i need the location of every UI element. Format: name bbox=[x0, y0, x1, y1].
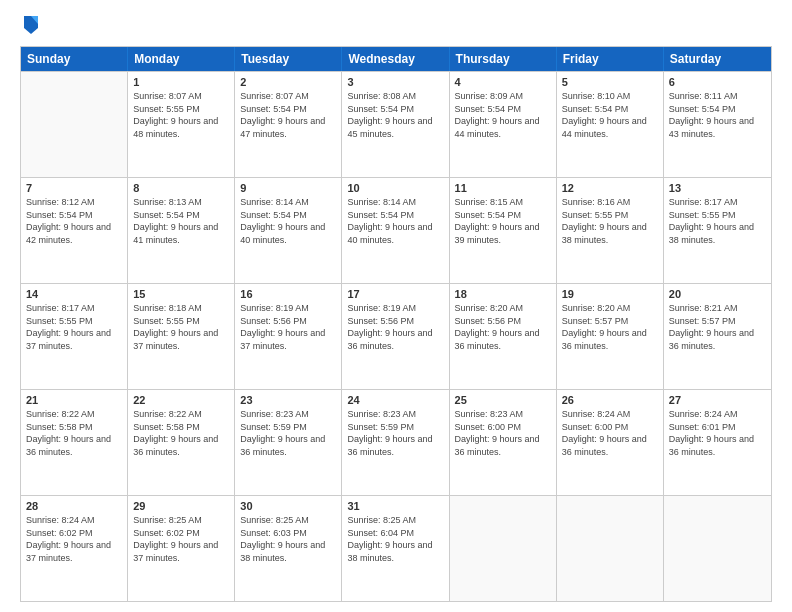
calendar-cell: 1Sunrise: 8:07 AMSunset: 5:55 PMDaylight… bbox=[128, 72, 235, 177]
calendar-cell: 30Sunrise: 8:25 AMSunset: 6:03 PMDayligh… bbox=[235, 496, 342, 601]
calendar-cell: 23Sunrise: 8:23 AMSunset: 5:59 PMDayligh… bbox=[235, 390, 342, 495]
day-info: Sunrise: 8:09 AMSunset: 5:54 PMDaylight:… bbox=[455, 90, 551, 140]
day-number: 24 bbox=[347, 394, 443, 406]
calendar-cell: 5Sunrise: 8:10 AMSunset: 5:54 PMDaylight… bbox=[557, 72, 664, 177]
calendar-cell: 28Sunrise: 8:24 AMSunset: 6:02 PMDayligh… bbox=[21, 496, 128, 601]
day-info: Sunrise: 8:23 AMSunset: 5:59 PMDaylight:… bbox=[347, 408, 443, 458]
calendar-header-cell: Thursday bbox=[450, 47, 557, 71]
day-number: 20 bbox=[669, 288, 766, 300]
day-info: Sunrise: 8:12 AMSunset: 5:54 PMDaylight:… bbox=[26, 196, 122, 246]
day-info: Sunrise: 8:17 AMSunset: 5:55 PMDaylight:… bbox=[669, 196, 766, 246]
day-info: Sunrise: 8:25 AMSunset: 6:04 PMDaylight:… bbox=[347, 514, 443, 564]
calendar-cell: 10Sunrise: 8:14 AMSunset: 5:54 PMDayligh… bbox=[342, 178, 449, 283]
page: SundayMondayTuesdayWednesdayThursdayFrid… bbox=[0, 0, 792, 612]
calendar-cell: 15Sunrise: 8:18 AMSunset: 5:55 PMDayligh… bbox=[128, 284, 235, 389]
day-number: 3 bbox=[347, 76, 443, 88]
calendar-cell bbox=[21, 72, 128, 177]
calendar-cell: 29Sunrise: 8:25 AMSunset: 6:02 PMDayligh… bbox=[128, 496, 235, 601]
calendar-cell: 18Sunrise: 8:20 AMSunset: 5:56 PMDayligh… bbox=[450, 284, 557, 389]
day-number: 8 bbox=[133, 182, 229, 194]
calendar-week: 21Sunrise: 8:22 AMSunset: 5:58 PMDayligh… bbox=[21, 389, 771, 495]
calendar-cell: 26Sunrise: 8:24 AMSunset: 6:00 PMDayligh… bbox=[557, 390, 664, 495]
day-number: 15 bbox=[133, 288, 229, 300]
day-number: 19 bbox=[562, 288, 658, 300]
calendar-cell: 9Sunrise: 8:14 AMSunset: 5:54 PMDaylight… bbox=[235, 178, 342, 283]
calendar-cell: 13Sunrise: 8:17 AMSunset: 5:55 PMDayligh… bbox=[664, 178, 771, 283]
day-number: 31 bbox=[347, 500, 443, 512]
calendar-week: 7Sunrise: 8:12 AMSunset: 5:54 PMDaylight… bbox=[21, 177, 771, 283]
calendar-week: 28Sunrise: 8:24 AMSunset: 6:02 PMDayligh… bbox=[21, 495, 771, 601]
day-info: Sunrise: 8:21 AMSunset: 5:57 PMDaylight:… bbox=[669, 302, 766, 352]
calendar-header-cell: Tuesday bbox=[235, 47, 342, 71]
calendar-cell: 3Sunrise: 8:08 AMSunset: 5:54 PMDaylight… bbox=[342, 72, 449, 177]
day-number: 1 bbox=[133, 76, 229, 88]
day-info: Sunrise: 8:19 AMSunset: 5:56 PMDaylight:… bbox=[347, 302, 443, 352]
day-info: Sunrise: 8:24 AMSunset: 6:01 PMDaylight:… bbox=[669, 408, 766, 458]
calendar-cell: 21Sunrise: 8:22 AMSunset: 5:58 PMDayligh… bbox=[21, 390, 128, 495]
day-info: Sunrise: 8:25 AMSunset: 6:03 PMDaylight:… bbox=[240, 514, 336, 564]
calendar-body: 1Sunrise: 8:07 AMSunset: 5:55 PMDaylight… bbox=[21, 71, 771, 601]
calendar-header-cell: Saturday bbox=[664, 47, 771, 71]
day-info: Sunrise: 8:07 AMSunset: 5:55 PMDaylight:… bbox=[133, 90, 229, 140]
day-info: Sunrise: 8:25 AMSunset: 6:02 PMDaylight:… bbox=[133, 514, 229, 564]
logo-icon bbox=[22, 14, 40, 36]
calendar-cell: 24Sunrise: 8:23 AMSunset: 5:59 PMDayligh… bbox=[342, 390, 449, 495]
day-number: 13 bbox=[669, 182, 766, 194]
day-number: 11 bbox=[455, 182, 551, 194]
day-number: 29 bbox=[133, 500, 229, 512]
day-number: 16 bbox=[240, 288, 336, 300]
calendar-cell: 31Sunrise: 8:25 AMSunset: 6:04 PMDayligh… bbox=[342, 496, 449, 601]
day-info: Sunrise: 8:07 AMSunset: 5:54 PMDaylight:… bbox=[240, 90, 336, 140]
day-number: 7 bbox=[26, 182, 122, 194]
calendar-cell: 4Sunrise: 8:09 AMSunset: 5:54 PMDaylight… bbox=[450, 72, 557, 177]
day-number: 25 bbox=[455, 394, 551, 406]
day-info: Sunrise: 8:23 AMSunset: 5:59 PMDaylight:… bbox=[240, 408, 336, 458]
day-info: Sunrise: 8:16 AMSunset: 5:55 PMDaylight:… bbox=[562, 196, 658, 246]
header bbox=[20, 18, 772, 36]
day-info: Sunrise: 8:20 AMSunset: 5:56 PMDaylight:… bbox=[455, 302, 551, 352]
day-number: 10 bbox=[347, 182, 443, 194]
calendar-cell: 8Sunrise: 8:13 AMSunset: 5:54 PMDaylight… bbox=[128, 178, 235, 283]
calendar-header-cell: Wednesday bbox=[342, 47, 449, 71]
day-info: Sunrise: 8:24 AMSunset: 6:02 PMDaylight:… bbox=[26, 514, 122, 564]
day-info: Sunrise: 8:24 AMSunset: 6:00 PMDaylight:… bbox=[562, 408, 658, 458]
day-number: 12 bbox=[562, 182, 658, 194]
day-number: 14 bbox=[26, 288, 122, 300]
day-number: 22 bbox=[133, 394, 229, 406]
day-info: Sunrise: 8:19 AMSunset: 5:56 PMDaylight:… bbox=[240, 302, 336, 352]
day-info: Sunrise: 8:23 AMSunset: 6:00 PMDaylight:… bbox=[455, 408, 551, 458]
calendar-cell: 20Sunrise: 8:21 AMSunset: 5:57 PMDayligh… bbox=[664, 284, 771, 389]
day-info: Sunrise: 8:18 AMSunset: 5:55 PMDaylight:… bbox=[133, 302, 229, 352]
day-info: Sunrise: 8:14 AMSunset: 5:54 PMDaylight:… bbox=[240, 196, 336, 246]
day-info: Sunrise: 8:17 AMSunset: 5:55 PMDaylight:… bbox=[26, 302, 122, 352]
calendar-week: 1Sunrise: 8:07 AMSunset: 5:55 PMDaylight… bbox=[21, 71, 771, 177]
day-info: Sunrise: 8:22 AMSunset: 5:58 PMDaylight:… bbox=[26, 408, 122, 458]
day-number: 28 bbox=[26, 500, 122, 512]
calendar-cell: 14Sunrise: 8:17 AMSunset: 5:55 PMDayligh… bbox=[21, 284, 128, 389]
day-info: Sunrise: 8:13 AMSunset: 5:54 PMDaylight:… bbox=[133, 196, 229, 246]
day-number: 23 bbox=[240, 394, 336, 406]
calendar-cell: 2Sunrise: 8:07 AMSunset: 5:54 PMDaylight… bbox=[235, 72, 342, 177]
day-info: Sunrise: 8:08 AMSunset: 5:54 PMDaylight:… bbox=[347, 90, 443, 140]
day-number: 27 bbox=[669, 394, 766, 406]
calendar-cell: 7Sunrise: 8:12 AMSunset: 5:54 PMDaylight… bbox=[21, 178, 128, 283]
day-number: 26 bbox=[562, 394, 658, 406]
calendar-cell: 25Sunrise: 8:23 AMSunset: 6:00 PMDayligh… bbox=[450, 390, 557, 495]
day-number: 5 bbox=[562, 76, 658, 88]
logo-text bbox=[20, 18, 40, 36]
day-info: Sunrise: 8:15 AMSunset: 5:54 PMDaylight:… bbox=[455, 196, 551, 246]
calendar-cell bbox=[664, 496, 771, 601]
day-info: Sunrise: 8:10 AMSunset: 5:54 PMDaylight:… bbox=[562, 90, 658, 140]
calendar-cell: 12Sunrise: 8:16 AMSunset: 5:55 PMDayligh… bbox=[557, 178, 664, 283]
calendar-header-cell: Monday bbox=[128, 47, 235, 71]
day-number: 2 bbox=[240, 76, 336, 88]
calendar-header-cell: Friday bbox=[557, 47, 664, 71]
calendar-header-cell: Sunday bbox=[21, 47, 128, 71]
day-info: Sunrise: 8:14 AMSunset: 5:54 PMDaylight:… bbox=[347, 196, 443, 246]
calendar: SundayMondayTuesdayWednesdayThursdayFrid… bbox=[20, 46, 772, 602]
day-number: 4 bbox=[455, 76, 551, 88]
day-number: 9 bbox=[240, 182, 336, 194]
day-number: 30 bbox=[240, 500, 336, 512]
day-number: 6 bbox=[669, 76, 766, 88]
calendar-cell: 19Sunrise: 8:20 AMSunset: 5:57 PMDayligh… bbox=[557, 284, 664, 389]
